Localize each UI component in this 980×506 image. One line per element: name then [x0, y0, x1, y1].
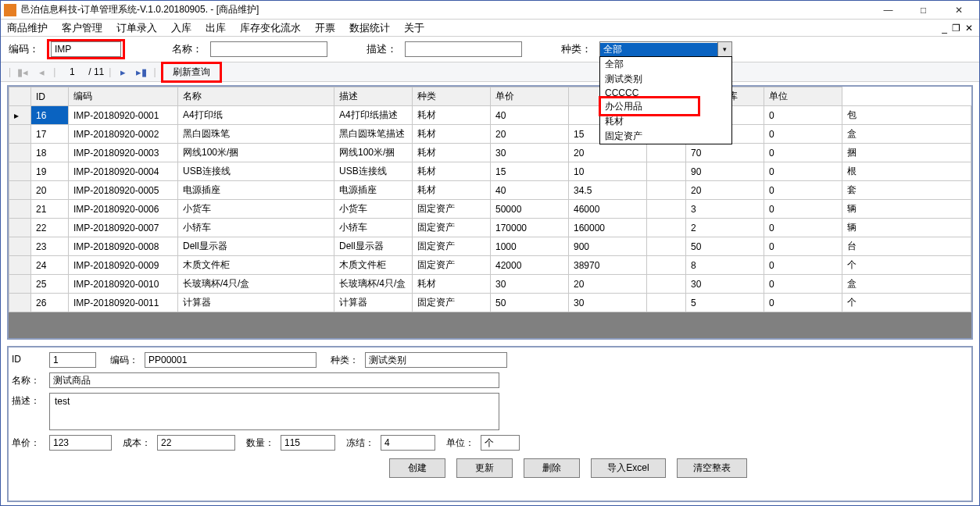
- cell-name[interactable]: 小轿车: [178, 219, 334, 237]
- table-row[interactable]: 26 IMP-20180920-0011 计算器 计算器 固定资产 50 30 …: [9, 294, 971, 312]
- row-header[interactable]: ▸: [9, 106, 31, 125]
- cell-unit[interactable]: 个: [842, 256, 971, 275]
- col-header[interactable]: 编码: [69, 87, 178, 106]
- detail-cost-input[interactable]: [157, 435, 235, 451]
- nav-next-icon[interactable]: ▸: [116, 66, 130, 78]
- cell-id[interactable]: 21: [31, 200, 69, 219]
- cell-cost2[interactable]: [647, 275, 686, 294]
- import-button[interactable]: 导入Excel: [591, 458, 665, 478]
- col-header[interactable]: 描述: [334, 87, 413, 106]
- kind-option-all[interactable]: 全部: [600, 57, 731, 72]
- cell-price[interactable]: 50000: [491, 200, 569, 219]
- cell-kind[interactable]: 固定资产: [413, 294, 491, 312]
- cell-name[interactable]: 木质文件柜: [178, 256, 334, 275]
- cell-name[interactable]: A4打印纸: [178, 106, 334, 125]
- col-header[interactable]: 单价: [491, 87, 569, 106]
- cell-name[interactable]: USB连接线: [178, 162, 334, 181]
- cell-price[interactable]: 1000: [491, 237, 569, 256]
- mdi-close-icon[interactable]: ✕: [965, 23, 973, 34]
- menu-stock-out[interactable]: 出库: [206, 21, 226, 35]
- cell-qty[interactable]: 30: [686, 275, 764, 294]
- cell-unit[interactable]: 个: [842, 294, 971, 312]
- nav-first-icon[interactable]: ▮◂: [16, 66, 30, 78]
- update-button[interactable]: 更新: [456, 458, 513, 478]
- close-button[interactable]: ✕: [941, 2, 976, 19]
- cell-cost[interactable]: 900: [569, 237, 647, 256]
- cell-kind[interactable]: 耗材: [413, 275, 491, 294]
- cell-name[interactable]: 电源插座: [178, 181, 334, 200]
- table-row[interactable]: 17 IMP-20180920-0002 黑白圆珠笔 黑白圆珠笔描述 耗材 20…: [9, 125, 971, 144]
- cell-froz[interactable]: 0: [764, 294, 842, 312]
- table-row[interactable]: 24 IMP-20180920-0009 木质文件柜 木质文件柜 固定资产 42…: [9, 256, 971, 275]
- cell-code[interactable]: IMP-20180920-0011: [69, 294, 178, 312]
- cell-id[interactable]: 18: [31, 144, 69, 162]
- cell-price[interactable]: 50: [491, 294, 569, 312]
- cell-desc[interactable]: 长玻璃杯/4只/盒: [334, 275, 413, 294]
- cell-froz[interactable]: 0: [764, 162, 842, 181]
- kind-option-consumable[interactable]: 耗材: [600, 114, 731, 129]
- cell-cost[interactable]: 38970: [569, 256, 647, 275]
- detail-unit-input[interactable]: [481, 435, 520, 451]
- cell-code[interactable]: IMP-20180920-0006: [69, 200, 178, 219]
- cell-cost[interactable]: 30: [569, 294, 647, 312]
- table-row[interactable]: 22 IMP-20180920-0007 小轿车 小轿车 固定资产 170000…: [9, 219, 971, 237]
- row-header[interactable]: [9, 237, 31, 256]
- cell-kind[interactable]: 固定资产: [413, 219, 491, 237]
- cell-kind[interactable]: 固定资产: [413, 237, 491, 256]
- cell-froz[interactable]: 0: [764, 219, 842, 237]
- kind-combo[interactable]: 全部 ▾: [599, 41, 732, 57]
- cell-desc[interactable]: 黑白圆珠笔描述: [334, 125, 413, 144]
- cell-id[interactable]: 17: [31, 125, 69, 144]
- refresh-button[interactable]: 刷新查询: [165, 64, 218, 80]
- cell-id[interactable]: 26: [31, 294, 69, 312]
- cell-desc[interactable]: 计算器: [334, 294, 413, 312]
- cell-froz[interactable]: 0: [764, 237, 842, 256]
- desc-input[interactable]: [405, 41, 522, 57]
- cell-price[interactable]: 30: [491, 144, 569, 162]
- cell-cost[interactable]: 34.5: [569, 181, 647, 200]
- cell-name[interactable]: 黑白圆珠笔: [178, 125, 334, 144]
- cell-unit[interactable]: 盒: [842, 275, 971, 294]
- cell-froz[interactable]: 0: [764, 106, 842, 125]
- cell-cost[interactable]: 46000: [569, 200, 647, 219]
- cell-code[interactable]: IMP-20180920-0001: [69, 106, 178, 125]
- cell-code[interactable]: IMP-20180920-0008: [69, 237, 178, 256]
- detail-desc-input[interactable]: [49, 393, 499, 430]
- kind-option-office[interactable]: 办公用品: [600, 99, 731, 114]
- table-row[interactable]: 18 IMP-20180920-0003 网线100米/捆 网线100米/捆 耗…: [9, 144, 971, 162]
- cell-qty[interactable]: 70: [686, 144, 764, 162]
- row-header[interactable]: [9, 125, 31, 144]
- menu-stock-in[interactable]: 入库: [171, 21, 191, 35]
- detail-froz-input[interactable]: [381, 435, 435, 451]
- cell-froz[interactable]: 0: [764, 275, 842, 294]
- cell-code[interactable]: IMP-20180920-0007: [69, 219, 178, 237]
- cell-qty[interactable]: 3: [686, 200, 764, 219]
- cell-kind[interactable]: 耗材: [413, 181, 491, 200]
- minimize-button[interactable]: —: [871, 2, 906, 19]
- cell-qty[interactable]: 8: [686, 256, 764, 275]
- cell-unit[interactable]: 台: [842, 237, 971, 256]
- cell-cost2[interactable]: [647, 256, 686, 275]
- cell-cost[interactable]: 160000: [569, 219, 647, 237]
- mdi-restore-icon[interactable]: ❐: [952, 23, 960, 34]
- cell-unit[interactable]: 根: [842, 162, 971, 181]
- cell-id[interactable]: 23: [31, 237, 69, 256]
- col-header[interactable]: 名称: [178, 87, 334, 106]
- cell-cost2[interactable]: [647, 237, 686, 256]
- table-row[interactable]: 21 IMP-20180920-0006 小货车 小货车 固定资产 50000 …: [9, 200, 971, 219]
- menu-product[interactable]: 商品维护: [7, 21, 48, 35]
- cell-code[interactable]: IMP-20180920-0005: [69, 181, 178, 200]
- cell-name[interactable]: 长玻璃杯/4只/盒: [178, 275, 334, 294]
- row-header[interactable]: [9, 294, 31, 312]
- row-header[interactable]: [9, 275, 31, 294]
- table-row[interactable]: 23 IMP-20180920-0008 Dell显示器 Dell显示器 固定资…: [9, 237, 971, 256]
- mdi-minimize-icon[interactable]: _: [942, 23, 947, 34]
- cell-unit[interactable]: 盒: [842, 125, 971, 144]
- cell-id[interactable]: 22: [31, 219, 69, 237]
- cell-qty[interactable]: 2: [686, 219, 764, 237]
- delete-button[interactable]: 删除: [524, 458, 580, 478]
- cell-name[interactable]: 网线100米/捆: [178, 144, 334, 162]
- cell-desc[interactable]: 小轿车: [334, 219, 413, 237]
- cell-cost2[interactable]: [647, 200, 686, 219]
- cell-desc[interactable]: 木质文件柜: [334, 256, 413, 275]
